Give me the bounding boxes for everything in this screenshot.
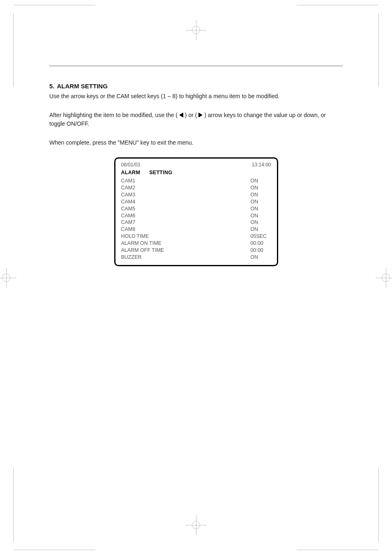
osd-row-label: CAM8 (121, 226, 136, 233)
osd-row-value: ON (251, 198, 271, 205)
section-heading: 5. ALARM SETTING (49, 83, 343, 90)
osd-row-alarm-on-time: ALARM ON TIME 00:00 (121, 240, 271, 247)
registration-mark-bottom (186, 515, 206, 535)
osd-row-value: ON (251, 226, 271, 233)
osd-row-value: 00:00 (251, 240, 271, 247)
content-area: 5. ALARM SETTING Use the arrow keys or t… (49, 66, 343, 489)
osd-row-label: CAM1 (121, 177, 136, 184)
osd-row-label: ALARM ON TIME (121, 240, 161, 247)
paragraph-2: After highlighting the item to be modifi… (49, 111, 343, 128)
osd-row-value: ON (251, 219, 271, 226)
paragraph-3: When complete, press the "MENU" key to e… (49, 138, 343, 147)
registration-mark-left (0, 267, 16, 288)
registration-mark-right (376, 267, 392, 288)
osd-date: 06/01/03 (121, 162, 141, 168)
osd-row-value: ON (251, 177, 271, 184)
osd-row-cam4: CAM4 ON (121, 198, 271, 205)
osd-row-alarm-off-time: ALARM OFF TIME 00:00 (121, 247, 271, 254)
osd-row-label: CAM2 (121, 184, 136, 191)
paragraph-2-a: After highlighting the item to be modifi… (49, 112, 178, 118)
osd-menu-title: ALARMSETTING (121, 170, 173, 175)
osd-menu-list: CAM1 ON CAM2 ON CAM3 ON CAM4 ON CAM5 O (121, 177, 271, 261)
osd-row-cam2: CAM2 ON (121, 184, 271, 191)
osd-row-cam8: CAM8 ON (121, 226, 271, 233)
osd-row-cam6: CAM6 ON (121, 212, 271, 219)
osd-row-value: ON (251, 184, 271, 191)
page: 5. ALARM SETTING Use the arrow keys or t… (0, 0, 392, 555)
osd-row-cam3: CAM3 ON (121, 191, 271, 198)
osd-row-value: 00:00 (251, 247, 271, 254)
osd-row-label: CAM5 (121, 205, 136, 212)
osd-title-setting: SETTING (149, 170, 172, 175)
right-arrow-icon (198, 113, 203, 117)
osd-row-label: ALARM OFF TIME (121, 247, 164, 254)
section-title: ALARM SETTING (57, 83, 108, 90)
osd-title-alarm: ALARM (121, 170, 141, 175)
osd-row-cam1: CAM1 ON (121, 177, 271, 184)
osd-menu-title-row: ALARMSETTING (121, 168, 271, 176)
osd-row-label: CAM7 (121, 219, 136, 226)
osd-row-buzzer: BUZZER ON (121, 254, 271, 261)
crop-mark-bottom-left (0, 468, 14, 542)
top-rule (49, 66, 343, 66)
osd-row-value: ON (251, 212, 271, 219)
osd-row-label: BUZZER (121, 254, 142, 261)
left-arrow-icon (179, 113, 183, 117)
osd-row-label: CAM6 (121, 212, 136, 219)
osd-row-value: ON (251, 254, 271, 261)
paragraph-2-b: ) or ( (185, 112, 197, 118)
osd-menu-header: 06/01/03 13:14:00 (121, 162, 271, 168)
osd-row-value: ON (251, 191, 271, 198)
osd-row-label: CAM3 (121, 191, 136, 198)
osd-time: 13:14:00 (252, 162, 271, 168)
paragraph-1: Use the arrow keys or the CAM select key… (49, 92, 343, 100)
section-number: 5. (49, 83, 55, 90)
crop-mark-bottom-right (378, 468, 392, 542)
osd-menu-box: 06/01/03 13:14:00 ALARMSETTING CAM1 ON C… (114, 157, 278, 266)
crop-mark-top-right (378, 13, 392, 87)
osd-row-value: 05SEC (251, 233, 271, 240)
osd-row-label: CAM4 (121, 198, 136, 205)
osd-row-value: ON (251, 205, 271, 212)
registration-mark-top (186, 20, 206, 40)
crop-mark-top-left (0, 13, 14, 87)
osd-row-label: HOLD TIME (121, 233, 149, 240)
osd-row-cam7: CAM7 ON (121, 219, 271, 226)
osd-row-cam5: CAM5 ON (121, 205, 271, 212)
osd-row-hold-time: HOLD TIME 05SEC (121, 233, 271, 240)
